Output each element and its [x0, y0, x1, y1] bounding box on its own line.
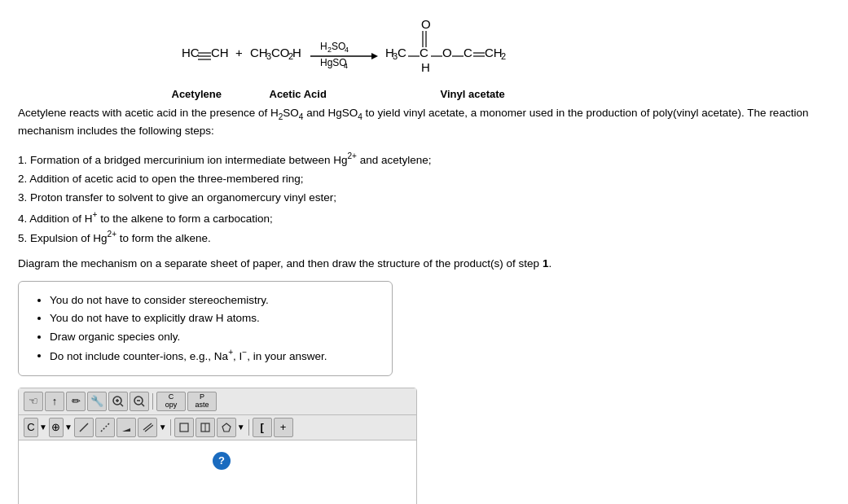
lasso-tool[interactable]: 🔧 — [87, 392, 107, 411]
svg-rect-48 — [180, 423, 188, 432]
carbon-arrow[interactable]: ▼ — [39, 423, 47, 432]
pentagon-tool[interactable] — [217, 418, 236, 437]
line-dropdown[interactable]: ▼ — [159, 423, 167, 432]
line-tool[interactable] — [74, 418, 94, 437]
svg-text:2: 2 — [501, 51, 506, 61]
step-1: 1. Formation of a bridged mercurinium io… — [18, 150, 830, 169]
svg-text:4: 4 — [345, 46, 349, 54]
svg-marker-45 — [122, 428, 130, 432]
question-text: Diagram the mechanism on a separate shee… — [18, 257, 830, 270]
carbon-btn[interactable]: C — [24, 418, 38, 437]
svg-text:H: H — [292, 46, 301, 59]
svg-text:HC: HC — [182, 46, 200, 59]
bracket-tool[interactable]: [ — [253, 418, 272, 437]
svg-text:C: C — [420, 46, 428, 59]
circle-tool[interactable] — [174, 418, 194, 437]
svg-text:4: 4 — [344, 62, 348, 70]
svg-line-37 — [121, 404, 123, 406]
svg-text:C: C — [464, 46, 472, 59]
steps-list: 1. Formation of a bridged mercurinium io… — [18, 150, 830, 248]
shape-arrow[interactable]: ▼ — [237, 423, 245, 432]
toolbar-row1: ☜ ↑ ✏ 🔧 Copy — [19, 388, 416, 415]
hint-2: You do not have to explicitly draw H ato… — [50, 309, 377, 327]
svg-text:SO: SO — [332, 41, 345, 52]
wedge-tool[interactable] — [116, 418, 136, 437]
zoom-in-tool[interactable] — [108, 392, 128, 411]
description-text: Acetylene reacts with acetic acid in the… — [18, 105, 816, 140]
plus-dropdown[interactable]: ⊕ ▼ — [49, 418, 72, 437]
ring-tool[interactable] — [196, 418, 215, 437]
svg-text:O: O — [421, 17, 431, 31]
svg-text:C: C — [398, 46, 406, 59]
eraser-tool[interactable]: ✏ — [66, 392, 86, 411]
toolbar-separator-3 — [248, 419, 249, 436]
reaction-svg: HC CH + CH 3 CO 2 H H 2 SO 4 HgSO 4 — [139, 15, 710, 88]
copy-button[interactable]: Copy — [156, 392, 186, 411]
label-acetylene: Acetylene — [172, 88, 253, 100]
toolbar-row2: C ▼ ⊕ ▼ ▼ — [19, 415, 416, 440]
svg-text:H: H — [421, 60, 430, 74]
svg-line-43 — [80, 423, 88, 432]
hint-box: You do not have to consider stereochemis… — [18, 281, 393, 376]
step-5: 5. Expulsion of Hg2+ to form the alkene. — [18, 228, 830, 248]
step-4: 4. Addition of H+ to the alkene to form … — [18, 208, 830, 228]
zoom-out-tool[interactable] — [130, 392, 149, 411]
hint-4: Do not include counter-ions, e.g., Na+, … — [50, 346, 377, 366]
svg-line-46 — [143, 423, 152, 430]
svg-line-47 — [145, 425, 153, 432]
question-mark[interactable]: ? — [213, 452, 231, 470]
svg-text:HgSO: HgSO — [320, 57, 347, 68]
hint-3: Draw organic species only. — [50, 328, 377, 346]
svg-text:+: + — [235, 46, 243, 59]
svg-text:H: H — [320, 41, 327, 52]
label-aceticacid: Acetic Acid — [270, 88, 351, 100]
svg-text:CO: CO — [271, 46, 290, 59]
hint-1: You do not have to consider stereochemis… — [50, 291, 377, 309]
svg-line-44 — [101, 423, 109, 432]
drawing-area: ☜ ↑ ✏ 🔧 Copy — [18, 388, 417, 504]
step-3: 3. Proton transfer to solvent to give an… — [18, 189, 830, 207]
shape-dropdown[interactable]: ▼ — [217, 418, 245, 437]
svg-line-41 — [142, 404, 144, 406]
plus-arrow[interactable]: ▼ — [64, 423, 72, 432]
svg-text:CH: CH — [485, 46, 503, 59]
plus-btn[interactable]: ⊕ — [49, 418, 64, 437]
canvas-area[interactable]: ? — [19, 440, 416, 504]
svg-marker-51 — [222, 423, 231, 432]
carbon-dropdown[interactable]: C ▼ — [24, 418, 47, 437]
paste-button[interactable]: Paste — [187, 392, 217, 411]
double-line-tool[interactable] — [138, 418, 157, 437]
toolbar-separator-2 — [170, 419, 171, 436]
plus-sign-tool[interactable]: + — [274, 418, 293, 437]
toolbar-separator-1 — [152, 393, 153, 410]
reaction-diagram: HC CH + CH 3 CO 2 H H 2 SO 4 HgSO 4 — [18, 15, 830, 100]
svg-marker-12 — [371, 53, 378, 59]
line-arrow[interactable]: ▼ — [159, 423, 167, 432]
svg-text:CH: CH — [211, 46, 229, 59]
arrow-tool[interactable]: ↑ — [45, 392, 64, 411]
step-2: 2. Addition of acetic acid to open the t… — [18, 170, 830, 188]
svg-text:CH: CH — [250, 46, 268, 59]
dotted-line-tool[interactable] — [95, 418, 115, 437]
label-vinylacetate: Vinyl acetate — [441, 88, 505, 100]
hand-tool[interactable]: ☜ — [24, 392, 43, 411]
hints-list: You do not have to consider stereochemis… — [33, 291, 377, 366]
svg-text:O: O — [442, 46, 452, 59]
